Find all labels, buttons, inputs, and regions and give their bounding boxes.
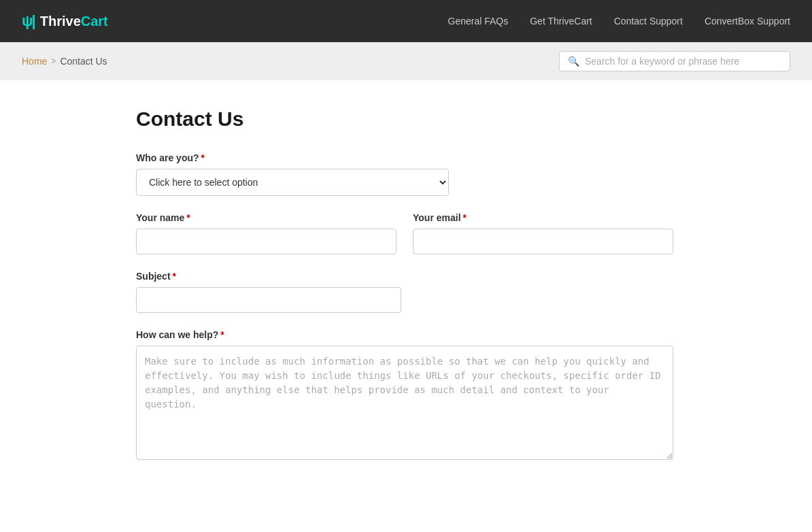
help-label: How can we help?* [136,329,673,340]
contact-form: Who are you?* Click here to select optio… [136,152,673,463]
logo-link[interactable]: ψ| ThriveCart [22,12,108,30]
breadcrumb-home-link[interactable]: Home [22,56,47,67]
logo-thrive: Thrive [40,14,81,29]
who-are-you-group: Who are you?* Click here to select optio… [136,152,673,196]
your-name-label: Your name* [136,212,396,223]
breadcrumb-separator: > [51,56,56,66]
search-icon: 🔍 [568,56,579,67]
subject-label: Subject* [136,271,673,282]
header-nav: General FAQs Get ThriveCart Contact Supp… [448,16,791,27]
your-name-required: * [186,212,190,223]
help-textarea[interactable] [136,346,673,460]
who-are-you-select[interactable]: Click here to select option I am a Thriv… [136,169,449,196]
search-input[interactable] [585,56,781,67]
main-content: Contact Us Who are you?* Click here to s… [0,80,812,532]
nav-general-faqs[interactable]: General FAQs [448,16,509,27]
who-are-you-required: * [201,152,205,163]
name-col: Your name* [136,212,396,254]
logo-cart: Cart [81,14,108,29]
page-title: Contact Us [136,107,790,131]
your-email-label: Your email* [413,212,673,223]
your-email-input[interactable] [413,229,673,254]
help-required: * [220,329,224,340]
subject-required: * [173,271,176,282]
your-email-required: * [463,212,467,223]
breadcrumb-current: Contact Us [60,56,107,67]
logo-text: ThriveCart [40,14,108,29]
breadcrumb-bar: Home > Contact Us 🔍 [0,42,812,80]
your-name-input[interactable] [136,229,396,254]
nav-convertbox-support[interactable]: ConvertBox Support [705,16,790,27]
nav-contact-support[interactable]: Contact Support [614,16,683,27]
logo-icon: ψ| [22,12,35,30]
subject-group: Subject* [136,271,673,313]
site-header: ψ| ThriveCart General FAQs Get ThriveCar… [0,0,812,42]
nav-get-thrivecart[interactable]: Get ThriveCart [530,16,592,27]
name-email-row: Your name* Your email* [136,212,673,254]
help-group: How can we help?* [136,329,673,463]
email-col: Your email* [413,212,673,254]
who-are-you-label: Who are you?* [136,152,673,163]
subject-input[interactable] [136,287,401,313]
breadcrumb: Home > Contact Us [22,56,107,67]
search-box: 🔍 [559,51,790,71]
